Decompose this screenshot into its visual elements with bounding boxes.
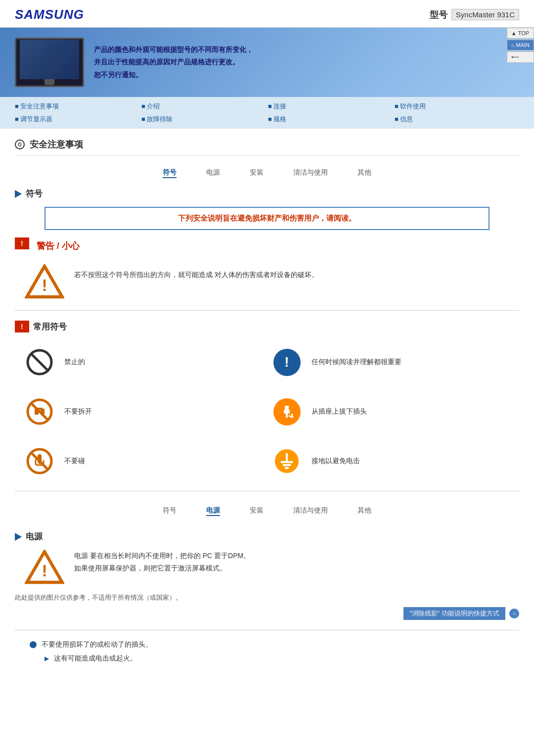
warning-heading-row: ! 警告 / 小心 (15, 237, 519, 254)
symbol-row-info: ! 任何时候阅读并理解都很重要 (272, 342, 509, 382)
power-warning-line1: 电源 要在相当长时间内不使用时，把你的 PC 置于DPM。 (74, 550, 250, 562)
nav-item-connect[interactable]: 连接 (268, 101, 393, 112)
svg-rect-13 (286, 414, 288, 418)
sub-bullet-item-1: ▶ 这有可能造成电击或起火。 (44, 654, 519, 663)
unplug-icon (272, 397, 302, 426)
svg-text:!: ! (42, 276, 47, 294)
symbol-subsection: 符号 下列安全说明旨在避免损坏财产和伤害用户，请阅读。 ! 警告 / 小心 ! (15, 188, 519, 481)
section-title: 安全注意事项 (30, 139, 83, 150)
ground-icon (272, 446, 302, 476)
sub-nav-bottom-clean[interactable]: 清洁与使用 (293, 506, 328, 516)
back-button[interactable]: ⟵ (507, 51, 534, 63)
warning-red-banner: ! (15, 237, 29, 249)
no-touch-icon (25, 446, 54, 476)
bullet-list: 不要使用损坏了的或松动了的插头。 ▶ 这有可能造成电击或起火。 (30, 640, 519, 663)
banner-area: 产品的颜色和外观可能根据型号的不同而有所变化， 并且出于性能提高的原因对产品规格… (0, 28, 534, 97)
sub-nav-other[interactable]: 其他 (357, 168, 371, 178)
power-warning-icon-area: ! (15, 550, 64, 586)
symbol-row-forbidden: 禁止的 (25, 342, 262, 382)
symbol-row-notouch: 不要碰 (25, 441, 262, 481)
nav-item-info[interactable]: 信息 (395, 114, 519, 125)
symbol-row-unplug: 从插座上拔下插头 (272, 392, 509, 431)
sub-nav-clean[interactable]: 清洁与使用 (293, 168, 328, 178)
main-button[interactable]: ⌂ MAIN (507, 40, 534, 50)
sub-nav-bottom-power[interactable]: 电源 (206, 506, 220, 516)
sub-bullet-text-1: 这有可能造成电击或起火。 (54, 654, 137, 663)
sub-nav-power[interactable]: 电源 (206, 168, 220, 178)
nav-item-intro[interactable]: 介绍 (141, 101, 266, 112)
svg-line-5 (31, 403, 48, 421)
symbol-heading: 符号 (15, 188, 519, 199)
divider-3 (15, 630, 519, 630)
feature-link-circle-icon[interactable]: ○ (509, 609, 519, 618)
feature-link[interactable]: "消除残影" 功能说明的快捷方式 ○ (15, 607, 519, 620)
power-warning-text: 电源 要在相当长时间内不使用时，把你的 PC 置于DPM。 如果使用屏幕保护器，… (74, 550, 250, 586)
circle-o: O (18, 142, 22, 147)
symbol-row-nodisassemble: 不要拆开 (25, 392, 262, 431)
svg-rect-11 (287, 406, 289, 410)
sub-bullet-arrow-1: ▶ (44, 655, 49, 662)
side-navigation: ▲ TOP ⌂ MAIN ⟵ (507, 28, 534, 63)
symbol-row-ground: 接地以避免电击 (272, 441, 509, 481)
bullet-item-1: 不要使用损坏了的或松动了的插头。 (30, 640, 519, 649)
svg-line-3 (31, 353, 48, 371)
banner-line2: 并且出于性能提高的原因对产品规格进行更改。 (94, 56, 253, 68)
power-section: 电源 ! 电源 要在相当长时间内不使用时，把你的 PC 置于DPM。 如果使用屏… (15, 531, 519, 663)
nav-item-troubleshoot[interactable]: 故障排除 (141, 114, 266, 125)
samsung-logo: SAMSUNG (15, 7, 84, 22)
divider-2 (15, 491, 519, 491)
main-content: O 安全注意事项 符号 电源 安装 清洁与使用 其他 符号 下列安全说明旨在避免… (0, 129, 534, 683)
nav-item-software[interactable]: 软件使用 (395, 101, 519, 112)
warning-triangle-icon: ! (25, 264, 64, 299)
divider-1 (15, 310, 519, 311)
section-heading: O 安全注意事项 (15, 139, 519, 156)
sub-nav-bottom: 符号 电源 安装 清洁与使用 其他 (15, 501, 519, 521)
nav-item-specs[interactable]: 规格 (268, 114, 393, 125)
info-label: 任何时候阅读并理解都很重要 (312, 358, 401, 367)
nav-item-safety[interactable]: 安全注意事项 (15, 101, 139, 112)
no-disassemble-icon (25, 397, 54, 426)
info-icon: ! (272, 347, 302, 377)
feature-link-label[interactable]: "消除残影" 功能说明的快捷方式 (403, 607, 505, 620)
sub-nav-bottom-other[interactable]: 其他 (357, 506, 371, 516)
banner-line3: 恕不另行通知。 (94, 69, 253, 81)
blue-arrow-icon (15, 190, 22, 198)
sub-nav-bottom-install[interactable]: 安装 (250, 506, 264, 516)
bullet-text-1: 不要使用损坏了的或松动了的插头。 (42, 640, 152, 649)
common-symbols-section: ! 常用符号 禁止的 (15, 321, 519, 481)
power-warning-triangle: ! (25, 550, 64, 584)
ground-label: 接地以避免电击 (312, 457, 360, 466)
nav-bar: 安全注意事项 介绍 连接 软件使用 调节显示器 故障排除 规格 信息 (0, 97, 534, 129)
back-icon: ⟵ (511, 54, 519, 60)
feature-link-arrow: ○ (512, 610, 516, 617)
banner-line1: 产品的颜色和外观可能根据型号的不同而有所变化， (94, 44, 253, 56)
sub-nav-install[interactable]: 安装 (250, 168, 264, 178)
warning-description-text: 若不按照这个符号所指出的方向，就可能造成 对人体的伤害或者对设备的破坏。 (74, 271, 318, 279)
top-arrow-icon: ▲ (511, 30, 517, 36)
nav-item-monitor[interactable]: 调节显示器 (15, 114, 139, 125)
header: SAMSUNG 型号 SyncMaster 931C (0, 0, 534, 28)
bullet-dot-1 (30, 641, 37, 648)
top-button[interactable]: ▲ TOP (507, 28, 534, 39)
power-content: ! 电源 要在相当长时间内不使用时，把你的 PC 置于DPM。 如果使用屏幕保护… (15, 550, 519, 586)
common-symbols-red-block: ! (15, 321, 29, 332)
main-label: MAIN (516, 42, 530, 48)
forbidden-icon (25, 347, 54, 377)
svg-rect-8 (37, 408, 43, 410)
model-info: 型号 SyncMaster 931C (430, 9, 519, 21)
symbols-grid: 禁止的 ! 任何时候阅读并理解都很重要 (15, 342, 519, 481)
common-symbols-title: 常用符号 (33, 321, 67, 332)
svg-rect-12 (284, 410, 290, 414)
sub-nav-bottom-symbol[interactable]: 符号 (163, 506, 177, 516)
power-title: 电源 (26, 531, 43, 542)
no-touch-label: 不要碰 (64, 457, 85, 466)
power-warning-line2: 如果使用屏幕保护器，则把它置于激活屏幕模式。 (74, 562, 250, 574)
power-arrow-icon (15, 533, 22, 541)
sub-nav-symbol[interactable]: 符号 (163, 168, 177, 178)
monitor-illustration (15, 38, 84, 87)
top-label: TOP (518, 30, 529, 36)
symbol-title: 符号 (26, 188, 43, 199)
no-disassemble-label: 不要拆开 (64, 407, 92, 416)
unplug-label: 从插座上拔下插头 (312, 407, 367, 416)
power-heading: 电源 (15, 531, 519, 542)
